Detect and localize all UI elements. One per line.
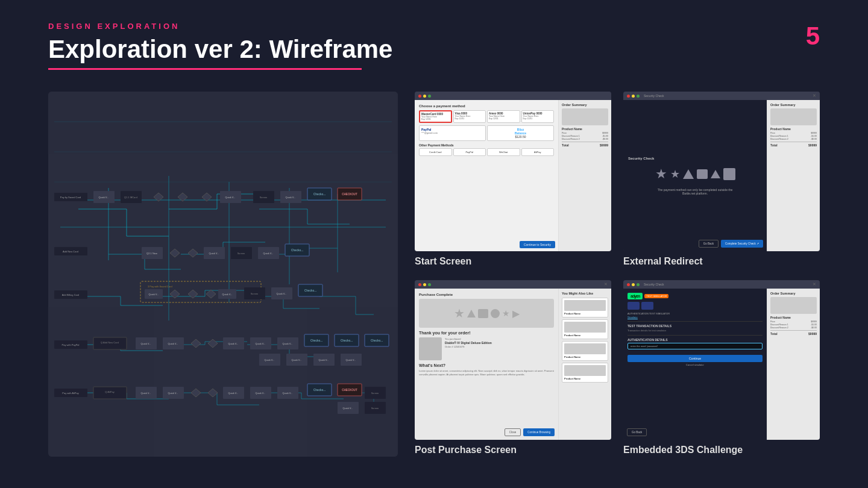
svg-text:Quick V...: Quick V... [283,342,293,345]
ext-total-label: Total [770,143,778,147]
ext-title-text: Security Check [644,94,664,98]
ext-redirect-label: External Redirect [623,256,820,268]
svg-text:Screen: Screen [251,292,259,295]
svg-text:Checko...: Checko... [304,289,316,292]
card-mastercard[interactable]: MasterCard 0000 Your Name Here Exp 12/31 [419,110,452,123]
triangle-shape-2 [711,170,720,178]
svg-text:Quick V...: Quick V... [277,292,287,295]
paypal-option[interactable]: PayPal ***@gmail.com [419,125,486,141]
post-close-dot [418,283,421,286]
embed-discount2-value: -$0.00 [811,327,817,329]
product-card-2-image [564,322,606,333]
close-btn[interactable]: Close [505,428,521,436]
post-purchase-container: ✕ Purchase Complete ★ [415,280,611,457]
post-star1: ★ [454,306,465,321]
other-paypal[interactable]: PayPal [453,148,486,156]
post-maximize-dot [428,283,431,286]
auth-input[interactable]: enter the word 'password' [627,343,763,349]
security-check-heading: Security Check [628,157,654,160]
product-card-2-name: Product Name [564,334,606,337]
embedded-3ds-frame: Security Check ✕ adyen TEST SIMULATOR [623,280,820,440]
card-unionpay[interactable]: UnionPay 0000 Your Name Here Exp 12/31 [521,110,555,123]
post-triangle [467,310,476,318]
svg-text:Quick V...: Quick V... [141,342,151,345]
other-wechat[interactable]: WeChat [487,148,520,156]
auth-icon-2 [641,302,653,310]
product-name: Product Name [562,127,608,131]
start-screen-frame: Choose a payment method MasterCard 0000 … [415,92,611,251]
svg-text:Add Billing Card: Add Billing Card [62,293,80,296]
test-details-text: Transaction details for test simulator [627,329,763,333]
embed-screen-body: adyen TEST SIMULATOR AUTHENTICATION TEST… [623,289,820,440]
cancel-simulator-btn[interactable]: Cancel simulator [627,363,763,366]
ext-close-dot [627,95,630,98]
auth-subtitle: AUTHENTICATION TEST SIMULATOR [627,312,763,315]
svg-text:Quick V...: Quick V... [168,342,178,345]
complete-security-btn[interactable]: Complete Security Check ↗ [721,240,763,248]
product-card-4-image [564,365,606,376]
auth-details-title: AUTHENTICATION DETAILS [627,338,763,342]
svg-text:Quick V...: Quick V... [343,407,353,410]
embed-maximize-dot [637,283,640,286]
ext-discount2-value: -$0.00 [811,138,817,140]
embed-discount2-label: Discount Reason 2 [770,327,788,329]
svg-text:Q1.1 MCard: Q1.1 MCard [124,196,137,199]
post-circle [491,309,500,318]
continue-browsing-btn[interactable]: Continue Browsing [523,428,555,436]
ext-price-value: $9999 [811,132,817,134]
svg-text:Pay with AliPay: Pay with AliPay [62,392,78,395]
product-card-3-name: Product Name [564,355,606,358]
svg-text:Checko...: Checko... [291,249,303,252]
maximize-dot [428,95,431,98]
product-card-3[interactable]: Product Name [562,341,608,361]
ext-screen-titlebar: Security Check ✕ [623,92,820,100]
test-simulator-badge: TEST SIMULATOR [644,294,668,298]
post-close-icon[interactable]: ✕ [604,282,608,287]
embed-close-dot [627,283,630,286]
product-image [562,108,608,125]
embed-go-back-btn[interactable]: Go Back [627,428,647,436]
payment-title: Choose a payment method [419,104,554,108]
product-card-4[interactable]: Product Name [562,363,608,383]
post-square [478,309,488,318]
product-card-1[interactable]: Product Name [562,298,608,318]
svg-text:Quick V...: Quick V... [346,358,356,361]
svg-text:Screen: Screen [371,392,379,395]
other-alipay[interactable]: AliPay [521,148,555,156]
card-amex[interactable]: Amex 0000 Your Name Here Exp 12/31 [487,110,520,123]
order-number: Order # 12345678 [445,345,554,348]
blizzard-balance[interactable]: Blizz Balance $120.50 [487,125,554,141]
external-redirect-container: Security Check ✕ Security Check ★ ★ [623,92,820,268]
post-purchase-frame: ✕ Purchase Complete ★ [415,280,611,440]
go-back-btn[interactable]: Go Back [699,240,719,248]
embed-product-name: Product Name [770,316,817,319]
close-dot [418,95,421,98]
embed-screen-titlebar: Security Check ✕ [623,280,820,289]
product-card-2[interactable]: Product Name [562,319,608,339]
start-screen-body: Choose a payment method MasterCard 0000 … [415,100,611,251]
start-screen-label: Start Screen [415,256,611,268]
card-visa[interactable]: Visa 0000 Your Name Here Exp 12/31 [453,110,486,123]
total-value: $9999 [600,143,608,147]
external-redirect-frame: Security Check ✕ Security Check ★ ★ [623,92,820,251]
page-number: 5 [806,22,820,51]
rect-shape-1 [697,169,708,179]
svg-text:Checko...: Checko... [313,389,326,392]
embed-price-label: Price [770,321,775,323]
svg-text:Quick V...: Quick V... [283,392,293,395]
triangle-shape-1 [683,169,694,179]
flowchart-panel: Pay by Saved Card Add New Card Add Billi… [48,92,398,457]
simulator-link[interactable]: Simulator [627,316,763,319]
you-purchased-label: You purchased [445,337,554,340]
test-details-title: TEST TRANSACTION DETAILS [627,324,763,328]
embed-discount1-value: -$1.00 [811,324,817,326]
embed-total-label: Total [770,332,778,336]
other-credit[interactable]: Credit Card [419,148,452,156]
embed-close-icon[interactable]: ✕ [813,282,816,287]
continue-to-security-btn[interactable]: Continue to Security [520,241,555,248]
screens-grid: Choose a payment method MasterCard 0000 … [415,92,820,457]
ext-close-icon[interactable]: ✕ [813,93,816,98]
continue-embed-btn[interactable]: Continue [627,355,763,362]
svg-text:Quick V...: Quick V... [168,392,178,395]
svg-text:3 Pay with Saved Card: 3 Pay with Saved Card [148,285,172,288]
